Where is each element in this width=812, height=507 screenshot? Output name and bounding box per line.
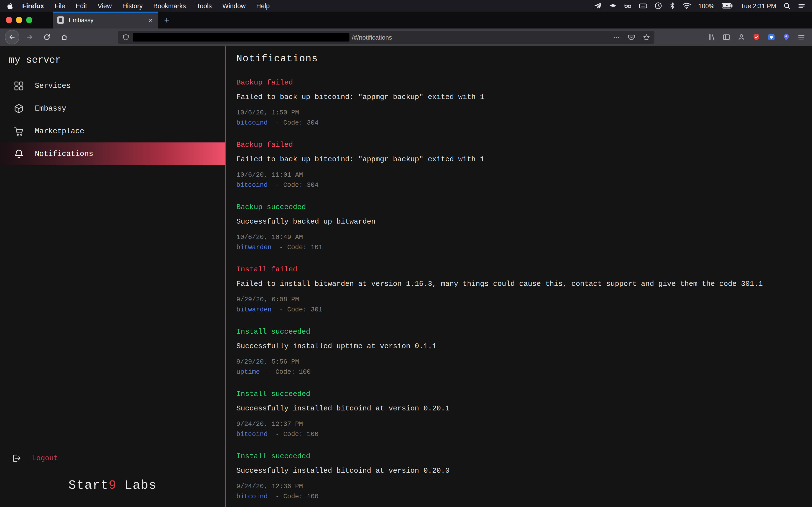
sidebar-item-label: Services xyxy=(35,81,71,90)
tab-close-icon[interactable]: × xyxy=(147,16,154,24)
cube-icon xyxy=(13,103,24,114)
notification-service-link[interactable]: uptime xyxy=(236,369,260,376)
cart-icon xyxy=(13,126,24,136)
window-close-button[interactable] xyxy=(6,17,12,23)
menu-history[interactable]: History xyxy=(117,2,148,9)
notification-timestamp: 10/6/20, 1:50 PM xyxy=(236,109,802,117)
notification-title: Install failed xyxy=(236,265,802,275)
notification-item: Install succeeded Successfully installed… xyxy=(236,390,802,439)
notification-code: - Code: 100 xyxy=(275,493,318,500)
notification-message: Successfully installed bitcoind at versi… xyxy=(236,466,802,476)
menu-edit[interactable]: Edit xyxy=(70,2,93,9)
notification-timestamp: 10/6/20, 10:49 AM xyxy=(236,233,802,242)
window-zoom-button[interactable] xyxy=(26,17,33,23)
sidebar-toggle-icon[interactable] xyxy=(723,33,730,41)
menubar-status-area: 100% Tue 2:31 PM xyxy=(594,2,805,10)
sidebar-item-marketplace[interactable]: Marketplace xyxy=(0,120,225,143)
menu-bookmarks[interactable]: Bookmarks xyxy=(148,2,191,9)
bookmark-star-icon[interactable] xyxy=(643,34,650,41)
hamburger-menu-icon[interactable] xyxy=(798,33,805,41)
clock-icon[interactable] xyxy=(654,2,662,10)
paper-plane-icon[interactable] xyxy=(594,2,602,10)
tab-favicon xyxy=(57,16,64,24)
menu-window[interactable]: Window xyxy=(217,2,251,9)
notification-item: Backup failed Failed to back up bitcoind… xyxy=(236,140,802,190)
brand-logo: Start9 Labs xyxy=(0,471,225,507)
sidebar-item-services[interactable]: Services xyxy=(0,74,225,97)
adblock-extension-icon[interactable] xyxy=(753,33,760,41)
wifi-icon[interactable] xyxy=(682,2,691,9)
bluetooth-icon[interactable] xyxy=(669,2,675,10)
sidebar-spacer xyxy=(0,165,225,445)
notification-message: Failed to back up bitcoind: "appmgr back… xyxy=(236,155,802,165)
apple-menu-icon[interactable] xyxy=(7,2,14,9)
browser-tab-embassy[interactable]: Embassy × xyxy=(53,12,158,29)
reload-button[interactable] xyxy=(40,30,54,44)
notification-service-link[interactable]: bitcoind xyxy=(236,119,268,126)
macos-menubar: Firefox File Edit View History Bookmarks… xyxy=(0,0,812,12)
blue-extension-icon[interactable] xyxy=(767,33,775,41)
bat-icon[interactable] xyxy=(609,2,617,10)
battery-icon[interactable] xyxy=(722,2,733,9)
sidebar-item-label: Marketplace xyxy=(35,127,84,135)
notification-service-line: bitcoind - Code: 100 xyxy=(236,493,802,501)
notification-service-link[interactable]: bitwarden xyxy=(236,306,272,314)
home-button[interactable] xyxy=(57,30,71,44)
keyboard-icon[interactable] xyxy=(639,2,647,10)
urlbar-actions xyxy=(613,34,650,41)
notification-service-link[interactable]: bitcoind xyxy=(236,493,268,500)
new-tab-button[interactable]: + xyxy=(158,12,175,29)
menu-view[interactable]: View xyxy=(92,2,117,9)
notification-item: Backup succeeded Successfully backed up … xyxy=(236,203,802,252)
notification-message: Failed to install bitwarden at version 1… xyxy=(236,280,802,289)
sidebar-item-embassy[interactable]: Embassy xyxy=(0,97,225,120)
notification-center-icon[interactable] xyxy=(798,2,805,9)
brand-start: Start xyxy=(68,478,108,493)
forward-button[interactable] xyxy=(22,30,37,44)
notification-timestamp: 9/29/20, 5:56 PM xyxy=(236,358,802,367)
main-content: Notifications Backup failed Failed to ba… xyxy=(226,46,812,507)
battery-percent[interactable]: 100% xyxy=(698,2,715,9)
url-redaction-bar xyxy=(133,33,349,41)
url-bar[interactable]: /#/notifications xyxy=(118,31,654,44)
tracking-protection-shield-icon[interactable] xyxy=(122,34,130,41)
notification-title: Install succeeded xyxy=(236,327,802,337)
notification-timestamp: 9/24/20, 12:36 PM xyxy=(236,483,802,491)
notification-service-link[interactable]: bitcoind xyxy=(236,431,268,438)
screen: Firefox File Edit View History Bookmarks… xyxy=(0,0,812,507)
browser-tabbar: Embassy × + xyxy=(0,12,812,29)
spotlight-search-icon[interactable] xyxy=(783,2,791,9)
menubar-clock[interactable]: Tue 2:31 PM xyxy=(741,2,776,9)
notification-title: Backup succeeded xyxy=(236,203,802,213)
account-icon[interactable] xyxy=(738,33,745,41)
window-minimize-button[interactable] xyxy=(16,17,22,23)
notification-service-link[interactable]: bitcoind xyxy=(236,181,268,189)
toolbar-buttons xyxy=(708,33,805,41)
menu-tools[interactable]: Tools xyxy=(191,2,217,9)
library-icon[interactable] xyxy=(708,33,715,41)
notification-title: Install succeeded xyxy=(236,452,802,462)
notification-message: Failed to back up bitcoind: "appmgr back… xyxy=(236,93,802,102)
browser-navbar: /#/notifications xyxy=(0,29,812,46)
notification-service-line: bitwarden - Code: 101 xyxy=(236,243,802,252)
url-suffix-text: /#/notifications xyxy=(352,34,392,41)
page-actions-dots-icon[interactable] xyxy=(613,34,620,41)
logout-icon xyxy=(12,453,21,463)
notification-message: Successfully installed uptime at version… xyxy=(236,342,802,351)
glasses-icon[interactable] xyxy=(624,2,632,10)
menu-file[interactable]: File xyxy=(49,2,70,9)
sidebar-item-notifications[interactable]: Notifications xyxy=(0,143,225,165)
back-button[interactable] xyxy=(5,30,19,44)
tab-title: Embassy xyxy=(69,17,147,23)
notification-code: - Code: 100 xyxy=(267,369,311,376)
menu-help[interactable]: Help xyxy=(251,2,275,9)
notification-message: Successfully backed up bitwarden xyxy=(236,217,802,227)
notification-item: Install failed Failed to install bitward… xyxy=(236,265,802,314)
notification-code: - Code: 304 xyxy=(275,119,318,126)
pin-extension-icon[interactable] xyxy=(782,33,790,41)
logout-button[interactable]: Logout xyxy=(0,445,225,471)
menubar-app-name[interactable]: Firefox xyxy=(17,2,49,9)
pocket-icon[interactable] xyxy=(628,34,635,41)
window-controls xyxy=(0,12,39,29)
notification-service-link[interactable]: bitwarden xyxy=(236,244,272,251)
